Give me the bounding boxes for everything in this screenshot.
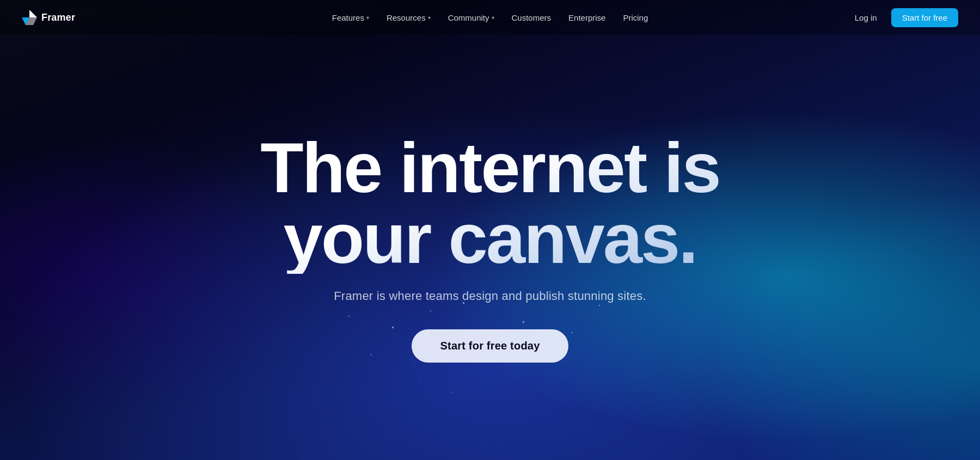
- nav-item-customers[interactable]: Customers: [504, 9, 559, 27]
- chevron-down-icon: ▾: [428, 15, 431, 21]
- brand-name: Framer: [41, 12, 75, 23]
- chevron-down-icon: ▾: [492, 15, 494, 21]
- login-button[interactable]: Log in: [847, 9, 885, 27]
- chevron-down-icon: ▾: [366, 15, 369, 21]
- hero-title: The internet is your canvas.: [260, 132, 719, 274]
- nav-item-community[interactable]: Community ▾: [440, 9, 502, 27]
- nav-menu: Features ▾ Resources ▾ Community ▾ Custo…: [324, 9, 656, 27]
- nav-item-features[interactable]: Features ▾: [324, 9, 377, 27]
- framer-logo-icon: [22, 10, 37, 25]
- hero-subtitle: Framer is where teams design and publish…: [334, 289, 646, 303]
- hero-section: The internet is your canvas. Framer is w…: [0, 35, 980, 460]
- nav-brand[interactable]: Framer: [22, 10, 75, 25]
- nav-item-enterprise[interactable]: Enterprise: [561, 9, 613, 27]
- navbar: Framer Features ▾ Resources ▾ Community …: [0, 0, 980, 35]
- nav-item-pricing[interactable]: Pricing: [615, 9, 656, 27]
- nav-actions: Log in Start for free: [847, 8, 958, 27]
- hero-cta-button[interactable]: Start for free today: [412, 329, 569, 363]
- nav-item-resources[interactable]: Resources ▾: [379, 9, 438, 27]
- start-free-button[interactable]: Start for free: [891, 8, 958, 27]
